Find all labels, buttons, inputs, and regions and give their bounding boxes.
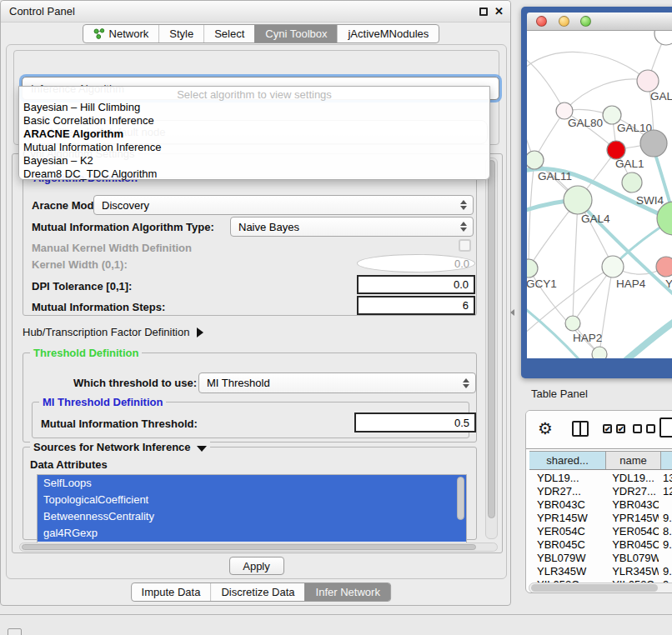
network-graph[interactable]: GALGAL80GAL10GAL1GAL11SWI4GAL4GCY1HAP4YH… — [527, 31, 672, 358]
split-columns-icon[interactable] — [572, 421, 589, 437]
kernel-width-field[interactable]: 0.0 — [357, 254, 475, 272]
attribute-item-betweennesscentrality[interactable]: BetweennessCentrality — [38, 508, 466, 525]
window-title: Control Panel — [1, 5, 75, 18]
settings-hscrollbar-thumb[interactable] — [22, 544, 476, 550]
network-canvas[interactable]: GALGAL80GAL10GAL1GAL11SWI4GAL4GCY1HAP4YH… — [527, 31, 672, 358]
collapse-arrow-icon[interactable] — [197, 446, 207, 452]
mi-steps-field[interactable]: 6 — [357, 296, 475, 315]
table-row[interactable]: YBL079WYBL079W — [529, 551, 672, 564]
table-cell: YER054C — [529, 525, 604, 538]
select-all-checkbox-icon[interactable]: ✔ — [616, 424, 625, 433]
column-header-shared[interactable]: shared... — [529, 452, 606, 469]
network-node[interactable] — [654, 31, 672, 45]
table-hscrollbar-thumb[interactable] — [531, 584, 658, 592]
table-cell: YBR045C — [604, 538, 659, 551]
deselect-all-checkbox-icon[interactable] — [646, 424, 655, 433]
bottom-tab-impute-data[interactable]: Impute Data — [132, 583, 211, 601]
network-node-gal1[interactable] — [607, 141, 625, 159]
network-node-gal11[interactable] — [527, 151, 544, 169]
attribute-item-selfloops[interactable]: SelfLoops — [38, 475, 466, 492]
table-row[interactable]: YBR045CYBR045C9. — [529, 538, 672, 551]
tab-style[interactable]: Style — [158, 25, 203, 42]
network-node-y[interactable] — [656, 257, 672, 277]
settings-vscrollbar[interactable] — [485, 158, 498, 539]
minimize-button[interactable] — [559, 16, 569, 27]
table-hscrollbar[interactable] — [529, 582, 672, 593]
algorithm-option-mutual-information-inference[interactable]: Mutual Information Inference — [19, 141, 489, 154]
bottom-tab-discretize-data[interactable]: Discretize Data — [210, 583, 304, 601]
manual-kernel-width-checkbox[interactable] — [459, 239, 471, 252]
spinner-icon[interactable] — [460, 222, 467, 232]
network-node[interactable] — [640, 130, 667, 157]
control-panel-titlebar: Control Panel ✕ — [1, 1, 510, 22]
tab-label: Style — [169, 28, 193, 40]
attribute-item-topologicalcoefficient[interactable]: TopologicalCoefficient — [38, 492, 466, 508]
table-row[interactable]: YPR145WYPR145W9. — [529, 511, 672, 524]
tab-select[interactable]: Select — [203, 25, 254, 42]
column-header-name[interactable]: name — [606, 452, 661, 469]
mi-threshold-definition-legend: MI Threshold Definition — [39, 396, 166, 408]
tab-jactivemnodules[interactable]: jActiveMNodules — [337, 25, 439, 42]
which-threshold-combobox[interactable]: MI Threshold — [198, 372, 476, 393]
attribute-item-gal4rgexp[interactable]: gal4RGexp — [38, 525, 466, 542]
bottom-tab-infer-network[interactable]: Infer Network — [305, 583, 390, 601]
bottom-tabs: Impute DataDiscretize DataInfer Network — [131, 582, 391, 602]
table-cell: YDL19... — [529, 472, 604, 484]
select-all-checkbox-icon[interactable]: ✔ — [603, 424, 612, 433]
deselect-all-checkbox-icon[interactable] — [633, 424, 642, 433]
corner-widget[interactable] — [8, 628, 22, 635]
network-node-hap4[interactable] — [602, 256, 624, 278]
mi-algorithm-type-combobox[interactable]: Naive Bayes — [230, 217, 474, 237]
algorithm-option-aracne-algorithm[interactable]: ARACNE Algorithm — [19, 128, 489, 141]
spinner-icon[interactable] — [463, 378, 469, 388]
gear-icon[interactable]: ⚙ — [538, 418, 553, 438]
table-cell: YBR045C — [529, 538, 604, 551]
network-node-gal4[interactable] — [564, 186, 592, 214]
network-node[interactable] — [592, 347, 607, 358]
tab-label: Network — [109, 28, 149, 40]
table-row[interactable]: YLR345WYLR345W9. — [529, 564, 672, 578]
table-row[interactable]: YER054CYER054C8. — [529, 524, 672, 538]
float-window-icon[interactable] — [479, 8, 488, 16]
list-scrollbar-thumb[interactable] — [457, 477, 464, 520]
settings-vscrollbar-thumb[interactable] — [488, 160, 495, 518]
algorithm-option-dream8-dc-tdc-algorithm[interactable]: Dream8 DC_TDC Algorithm — [19, 168, 489, 181]
aracne-mode-combobox[interactable]: Discovery — [93, 195, 474, 215]
mi-threshold-label: Mutual Information Threshold: — [41, 418, 198, 430]
network-node-gal[interactable] — [637, 70, 659, 92]
network-node-swi4[interactable] — [622, 172, 642, 192]
algorithm-option-bayesian-hill-climbing[interactable]: Bayesian – Hill Climbing — [19, 101, 489, 114]
tab-cyni-toolbox[interactable]: Cyni Toolbox — [254, 25, 337, 42]
network-node[interactable] — [657, 202, 672, 235]
zoom-button[interactable] — [580, 16, 591, 27]
table-panel-card: ⚙ ✔ ✔ shared...name YDL19...YDL19...13YD… — [525, 410, 672, 593]
algorithm-option-bayesian-k2[interactable]: Bayesian – K2 — [19, 154, 489, 168]
table-row[interactable]: YBR043CYBR043C — [529, 498, 672, 511]
table-cell: YBR043C — [529, 498, 604, 511]
algorithm-dropdown-list: Select algorithm to view settings Bayesi… — [18, 86, 490, 180]
mi-threshold-field[interactable]: 0.5 — [354, 412, 476, 432]
network-node-gcy1[interactable] — [527, 259, 538, 278]
spinner-icon[interactable] — [460, 200, 467, 210]
apply-button[interactable]: Apply — [229, 557, 284, 575]
expand-arrow-icon[interactable] — [197, 328, 203, 338]
node-label: GAL4 — [581, 212, 610, 225]
tab-network[interactable]: Network — [83, 25, 159, 42]
data-attributes-list[interactable]: SelfLoopsTopologicalCoefficientBetweenne… — [37, 474, 467, 544]
table-row[interactable]: YDL19...YDL19...13 — [529, 471, 672, 484]
panel-divider-handle[interactable] — [510, 309, 514, 316]
close-window-icon[interactable]: ✕ — [494, 8, 504, 16]
export-table-icon[interactable] — [659, 418, 672, 438]
table-cell: 13 — [659, 472, 672, 484]
hub-definition-expander[interactable]: Hub/Transcription Factor Definition — [23, 326, 203, 338]
table-cell: YLR345W — [604, 565, 659, 578]
table-row[interactable]: YDR27...YDR27...12 — [529, 484, 672, 498]
dpi-tolerance-field[interactable]: 0.0 — [357, 275, 475, 294]
close-button[interactable] — [536, 16, 547, 27]
algorithm-option-basic-correlation-inference[interactable]: Basic Correlation Inference — [19, 114, 489, 128]
network-node-hap2[interactable] — [565, 316, 580, 331]
column-header-col2[interactable] — [661, 452, 672, 469]
cyni-toolbox-panel: Inference Algorithm gal-filtered sif def… — [6, 44, 507, 579]
table-header: shared...name — [529, 451, 672, 470]
settings-hscrollbar[interactable] — [19, 542, 498, 552]
